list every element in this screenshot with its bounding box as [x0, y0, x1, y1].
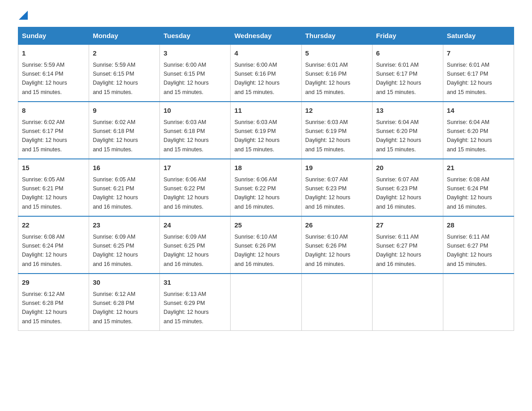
day-info: Sunrise: 5:59 AMSunset: 6:14 PMDaylight:…	[22, 62, 67, 95]
calendar-cell: 13 Sunrise: 6:04 AMSunset: 6:20 PMDaylig…	[372, 102, 443, 159]
day-info: Sunrise: 6:00 AMSunset: 6:15 PMDaylight:…	[163, 62, 209, 95]
day-info: Sunrise: 6:03 AMSunset: 6:19 PMDaylight:…	[305, 119, 351, 153]
logo	[18, 13, 28, 18]
day-info: Sunrise: 6:00 AMSunset: 6:16 PMDaylight:…	[234, 62, 279, 95]
calendar-cell: 2 Sunrise: 5:59 AMSunset: 6:15 PMDayligh…	[89, 44, 160, 102]
day-number: 18	[234, 163, 297, 173]
day-info: Sunrise: 6:03 AMSunset: 6:19 PMDaylight:…	[234, 119, 279, 153]
calendar-cell: 31 Sunrise: 6:13 AMSunset: 6:29 PMDaylig…	[160, 274, 231, 331]
day-info: Sunrise: 6:11 AMSunset: 6:27 PMDaylight:…	[376, 234, 421, 267]
day-info: Sunrise: 6:01 AMSunset: 6:17 PMDaylight:…	[447, 62, 492, 95]
day-number: 17	[163, 163, 227, 173]
calendar-table: SundayMondayTuesdayWednesdayThursdayFrid…	[18, 27, 514, 331]
calendar-week-row: 15 Sunrise: 6:05 AMSunset: 6:21 PMDaylig…	[18, 159, 514, 216]
day-number: 7	[447, 48, 510, 59]
day-number: 1	[22, 48, 85, 59]
day-info: Sunrise: 6:12 AMSunset: 6:28 PMDaylight:…	[93, 291, 138, 325]
calendar-cell	[443, 274, 514, 331]
weekday-header-monday: Monday	[89, 27, 160, 45]
calendar-week-row: 1 Sunrise: 5:59 AMSunset: 6:14 PMDayligh…	[18, 44, 514, 102]
day-number: 8	[22, 106, 85, 116]
weekday-header-wednesday: Wednesday	[231, 27, 301, 45]
day-info: Sunrise: 6:07 AMSunset: 6:23 PMDaylight:…	[376, 176, 421, 210]
weekday-header-sunday: Sunday	[18, 27, 89, 45]
calendar-cell: 6 Sunrise: 6:01 AMSunset: 6:17 PMDayligh…	[372, 44, 443, 102]
calendar-cell	[372, 274, 443, 331]
day-number: 24	[163, 220, 227, 231]
day-number: 23	[93, 220, 156, 231]
calendar-cell: 9 Sunrise: 6:02 AMSunset: 6:18 PMDayligh…	[89, 102, 160, 159]
page-header	[18, 13, 514, 18]
svg-marker-0	[19, 11, 28, 20]
day-info: Sunrise: 6:05 AMSunset: 6:21 PMDaylight:…	[22, 176, 67, 210]
calendar-week-row: 8 Sunrise: 6:02 AMSunset: 6:17 PMDayligh…	[18, 102, 514, 159]
day-info: Sunrise: 6:01 AMSunset: 6:16 PMDaylight:…	[305, 62, 351, 95]
day-number: 12	[305, 106, 369, 116]
day-number: 10	[163, 106, 227, 116]
day-number: 11	[234, 106, 297, 116]
day-info: Sunrise: 6:07 AMSunset: 6:23 PMDaylight:…	[305, 176, 351, 210]
calendar-cell: 4 Sunrise: 6:00 AMSunset: 6:16 PMDayligh…	[231, 44, 301, 102]
day-info: Sunrise: 6:11 AMSunset: 6:27 PMDaylight:…	[447, 234, 492, 267]
calendar-cell: 20 Sunrise: 6:07 AMSunset: 6:23 PMDaylig…	[372, 159, 443, 216]
calendar-cell: 12 Sunrise: 6:03 AMSunset: 6:19 PMDaylig…	[301, 102, 372, 159]
day-number: 5	[305, 48, 369, 59]
calendar-cell: 25 Sunrise: 6:10 AMSunset: 6:26 PMDaylig…	[231, 216, 301, 274]
day-number: 22	[22, 220, 85, 231]
calendar-cell	[231, 274, 301, 331]
calendar-cell: 15 Sunrise: 6:05 AMSunset: 6:21 PMDaylig…	[18, 159, 89, 216]
calendar-cell: 28 Sunrise: 6:11 AMSunset: 6:27 PMDaylig…	[443, 216, 514, 274]
day-info: Sunrise: 6:04 AMSunset: 6:20 PMDaylight:…	[447, 119, 492, 153]
day-number: 29	[22, 278, 85, 288]
weekday-header-saturday: Saturday	[443, 27, 514, 45]
day-info: Sunrise: 6:08 AMSunset: 6:24 PMDaylight:…	[447, 176, 492, 210]
day-info: Sunrise: 5:59 AMSunset: 6:15 PMDaylight:…	[93, 62, 138, 95]
calendar-cell: 22 Sunrise: 6:08 AMSunset: 6:24 PMDaylig…	[18, 216, 89, 274]
day-number: 2	[93, 48, 156, 59]
calendar-cell: 24 Sunrise: 6:09 AMSunset: 6:25 PMDaylig…	[160, 216, 231, 274]
calendar-cell: 27 Sunrise: 6:11 AMSunset: 6:27 PMDaylig…	[372, 216, 443, 274]
day-number: 14	[447, 106, 510, 116]
day-info: Sunrise: 6:03 AMSunset: 6:18 PMDaylight:…	[163, 119, 209, 153]
calendar-cell: 21 Sunrise: 6:08 AMSunset: 6:24 PMDaylig…	[443, 159, 514, 216]
day-number: 4	[234, 48, 297, 59]
day-number: 27	[376, 220, 439, 231]
calendar-cell: 3 Sunrise: 6:00 AMSunset: 6:15 PMDayligh…	[160, 44, 231, 102]
day-number: 13	[376, 106, 439, 116]
calendar-cell: 16 Sunrise: 6:05 AMSunset: 6:21 PMDaylig…	[89, 159, 160, 216]
calendar-cell: 23 Sunrise: 6:09 AMSunset: 6:25 PMDaylig…	[89, 216, 160, 274]
day-info: Sunrise: 6:09 AMSunset: 6:25 PMDaylight:…	[93, 234, 138, 267]
day-number: 19	[305, 163, 369, 173]
weekday-header-friday: Friday	[372, 27, 443, 45]
calendar-week-row: 22 Sunrise: 6:08 AMSunset: 6:24 PMDaylig…	[18, 216, 514, 274]
weekday-header-row: SundayMondayTuesdayWednesdayThursdayFrid…	[18, 27, 514, 45]
calendar-cell: 30 Sunrise: 6:12 AMSunset: 6:28 PMDaylig…	[89, 274, 160, 331]
day-info: Sunrise: 6:05 AMSunset: 6:21 PMDaylight:…	[93, 176, 138, 210]
calendar-cell: 17 Sunrise: 6:06 AMSunset: 6:22 PMDaylig…	[160, 159, 231, 216]
day-info: Sunrise: 6:10 AMSunset: 6:26 PMDaylight:…	[234, 234, 279, 267]
calendar-cell: 8 Sunrise: 6:02 AMSunset: 6:17 PMDayligh…	[18, 102, 89, 159]
calendar-cell: 26 Sunrise: 6:10 AMSunset: 6:26 PMDaylig…	[301, 216, 372, 274]
calendar-cell: 29 Sunrise: 6:12 AMSunset: 6:28 PMDaylig…	[18, 274, 89, 331]
calendar-cell: 19 Sunrise: 6:07 AMSunset: 6:23 PMDaylig…	[301, 159, 372, 216]
day-info: Sunrise: 6:08 AMSunset: 6:24 PMDaylight:…	[22, 234, 67, 267]
calendar-cell: 10 Sunrise: 6:03 AMSunset: 6:18 PMDaylig…	[160, 102, 231, 159]
day-number: 28	[447, 220, 510, 231]
day-info: Sunrise: 6:01 AMSunset: 6:17 PMDaylight:…	[376, 62, 421, 95]
weekday-header-thursday: Thursday	[301, 27, 372, 45]
day-number: 16	[93, 163, 156, 173]
day-number: 15	[22, 163, 85, 173]
day-info: Sunrise: 6:09 AMSunset: 6:25 PMDaylight:…	[163, 234, 209, 267]
day-info: Sunrise: 6:02 AMSunset: 6:17 PMDaylight:…	[22, 119, 67, 153]
day-number: 31	[163, 278, 227, 288]
day-number: 30	[93, 278, 156, 288]
day-number: 3	[163, 48, 227, 59]
day-number: 21	[447, 163, 510, 173]
day-info: Sunrise: 6:04 AMSunset: 6:20 PMDaylight:…	[376, 119, 421, 153]
calendar-cell: 11 Sunrise: 6:03 AMSunset: 6:19 PMDaylig…	[231, 102, 301, 159]
day-number: 26	[305, 220, 369, 231]
day-number: 6	[376, 48, 439, 59]
calendar-week-row: 29 Sunrise: 6:12 AMSunset: 6:28 PMDaylig…	[18, 274, 514, 331]
day-info: Sunrise: 6:12 AMSunset: 6:28 PMDaylight:…	[22, 291, 67, 325]
calendar-cell: 1 Sunrise: 5:59 AMSunset: 6:14 PMDayligh…	[18, 44, 89, 102]
